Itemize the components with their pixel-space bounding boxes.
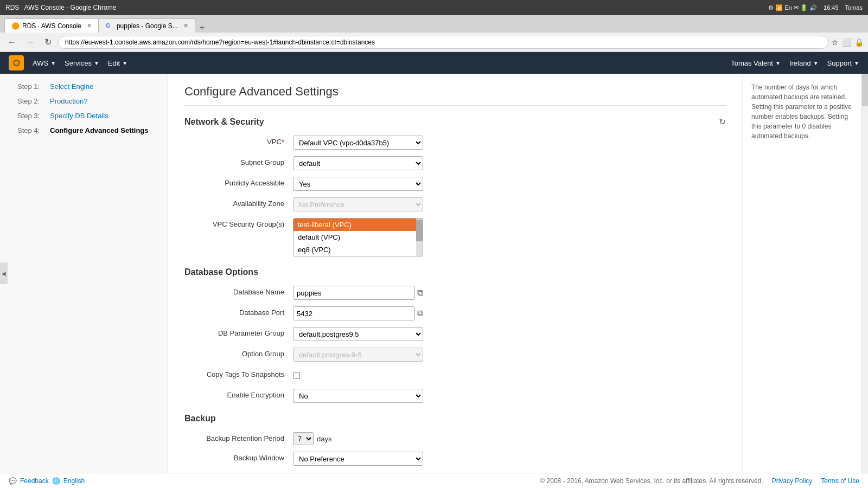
availability-zone-select[interactable]: No Preference — [293, 197, 423, 211]
footer-left: 💬 Feedback 🌐 English — [9, 477, 85, 485]
db-port-input[interactable] — [293, 306, 415, 320]
header-right: Tomas Valent ▼ Ireland ▼ Support ▼ — [731, 59, 859, 67]
vpc-select[interactable]: Default VPC (vpc-d0da37b5) — [293, 136, 423, 150]
db-param-group-label: DB Parameter Group — [184, 327, 293, 337]
subnet-select[interactable]: default — [293, 156, 423, 170]
ext-icon-1: ⬜ — [842, 38, 851, 47]
sg-item-eq8[interactable]: eq8 (VPC) — [293, 243, 416, 256]
browser-tab-rds[interactable]: 🟠 RDS · AWS Console ✕ — [4, 18, 99, 33]
step2-item: Step 2: Production? — [9, 97, 159, 105]
sg-item-default[interactable]: default (VPC) — [293, 231, 416, 243]
security-group-list: test-liberal (VPC) default (VPC) eq8 (VP… — [293, 218, 423, 256]
back-button[interactable]: ← — [4, 36, 20, 48]
db-name-control: ⧉ — [293, 286, 423, 300]
tab-close-rds[interactable]: ✕ — [87, 22, 92, 29]
footer-copyright: © 2008 - 2016, Amazon Web Services, Inc.… — [540, 477, 763, 485]
db-name-input-wrap: ⧉ — [293, 286, 423, 300]
availability-zone-label: Availability Zone — [184, 197, 293, 208]
copy-tags-checkbox[interactable] — [293, 372, 300, 379]
sg-scrollbar-wrap: test-liberal (VPC) default (VPC) eq8 (VP… — [293, 219, 423, 256]
header-support[interactable]: Support ▼ — [827, 59, 859, 67]
feedback-link[interactable]: Feedback — [20, 477, 49, 485]
address-input[interactable] — [58, 36, 828, 49]
subnet-field: Subnet Group default — [184, 156, 726, 170]
tab-label-puppies: puppies - Google S... — [117, 22, 178, 30]
db-name-copy-icon[interactable]: ⧉ — [417, 288, 423, 298]
option-group-select[interactable]: default:postgres-9-5 — [293, 348, 423, 362]
tab-favicon-rds: 🟠 — [11, 22, 19, 30]
publicly-accessible-select[interactable]: Yes No — [293, 177, 423, 191]
forward-button[interactable]: → — [23, 36, 38, 48]
vpc-required: * — [282, 138, 284, 146]
titlebar-left: RDS · AWS Console - Google Chrome — [5, 4, 116, 11]
backup-retention-select[interactable]: 7 1 0 — [293, 432, 314, 445]
backup-retention-control: 7 1 0 days — [293, 432, 423, 445]
nav-aws-chevron: ▼ — [50, 60, 56, 66]
backup-window-select[interactable]: No Preference — [293, 452, 423, 466]
backup-window-field: Backup Window No Preference — [184, 452, 726, 466]
step2-link[interactable]: Production? — [50, 97, 87, 105]
sg-scrollbar[interactable] — [416, 219, 423, 256]
terms-link[interactable]: Terms of Use — [821, 477, 859, 485]
sg-list-inner: test-liberal (VPC) default (VPC) eq8 (VP… — [293, 219, 416, 256]
tab-close-puppies[interactable]: ✕ — [183, 22, 188, 29]
browser-titlebar: RDS · AWS Console - Google Chrome ⚙ 📶 En… — [0, 0, 868, 15]
step4-current: Configure Advanced Settings — [50, 126, 149, 134]
step1-item: Step 1: Select Engine — [9, 82, 159, 91]
step3-num: Step 3: — [17, 112, 50, 120]
backup-window-label: Backup Window — [184, 452, 293, 462]
reload-button[interactable]: ↻ — [41, 36, 55, 48]
sg-item-test-liberal[interactable]: test-liberal (VPC) — [293, 219, 416, 231]
vpc-field: VPC* Default VPC (vpc-d0da37b5) — [184, 136, 726, 150]
nav-aws-label: AWS — [33, 59, 48, 67]
db-port-label: Database Port — [184, 306, 293, 317]
nav-edit-label: Edit — [108, 59, 120, 67]
nav-services-chevron: ▼ — [94, 60, 99, 66]
page-scrollbar[interactable] — [861, 74, 868, 473]
aws-header: ⬡ AWS ▼ Services ▼ Edit ▼ Tomas Valent ▼… — [0, 52, 868, 74]
db-port-copy-icon[interactable]: ⧉ — [417, 309, 423, 318]
info-panel: The number of days for which automated b… — [742, 74, 861, 473]
database-title-text: Database Options — [184, 267, 258, 277]
enable-encryption-select[interactable]: No Yes — [293, 389, 423, 403]
option-group-label: Option Group — [184, 348, 293, 358]
tab-label-rds: RDS · AWS Console — [22, 22, 81, 30]
step3-item: Step 3: Specify DB Details — [9, 112, 159, 120]
aws-footer: 💬 Feedback 🌐 English © 2008 - 2016, Amaz… — [0, 473, 868, 488]
db-name-input[interactable] — [293, 286, 415, 300]
main-layout: ◀ Step 1: Select Engine Step 2: Producti… — [0, 74, 868, 473]
footer-right: © 2008 - 2016, Amazon Web Services, Inc.… — [540, 477, 859, 485]
content-area: Configure Advanced Settings Network & Se… — [168, 74, 742, 473]
publicly-accessible-field: Publicly Accessible Yes No — [184, 177, 726, 191]
ext-icon-2: 🔒 — [854, 38, 864, 47]
system-icons: ⚙ 📶 En ✉ 🔋 🔊 — [768, 4, 817, 11]
header-user[interactable]: Tomas Valent ▼ — [731, 59, 781, 67]
header-region[interactable]: Ireland ▼ — [789, 59, 819, 67]
nav-services[interactable]: Services ▼ — [65, 59, 99, 67]
step3-link[interactable]: Specify DB Details — [50, 112, 108, 120]
backup-title-text: Backup — [184, 414, 216, 423]
nav-edit[interactable]: Edit ▼ — [108, 59, 127, 67]
db-param-group-control: default.postgres9.5 — [293, 327, 423, 341]
header-support-chevron: ▼ — [854, 60, 859, 66]
step1-link[interactable]: Select Engine — [50, 82, 93, 91]
browser-tab-puppies[interactable]: G puppies - Google S... ✕ — [99, 18, 195, 33]
database-section: Database Options Database Name ⧉ Databas… — [184, 267, 726, 403]
browser-addressbar: ← → ↻ ☆ ⬜ 🔒 — [0, 33, 868, 52]
network-refresh-button[interactable]: ↻ — [719, 117, 726, 127]
option-group-control: default:postgres-9-5 — [293, 348, 423, 362]
nav-aws[interactable]: AWS ▼ — [33, 59, 56, 67]
db-name-field: Database Name ⧉ — [184, 286, 726, 300]
vpc-control: Default VPC (vpc-d0da37b5) — [293, 136, 423, 150]
copy-tags-control — [293, 368, 423, 382]
sidebar-collapse-button[interactable]: ◀ — [0, 262, 8, 284]
titlebar-icons: ⚙ 📶 En ✉ 🔋 🔊 16:49 Tomas — [768, 4, 863, 11]
header-user-chevron: ▼ — [775, 60, 781, 66]
language-icon: 🌐 — [52, 477, 60, 485]
network-title-text: Network & Security — [184, 117, 264, 127]
privacy-policy-link[interactable]: Privacy Policy — [772, 477, 813, 485]
db-param-group-select[interactable]: default.postgres9.5 — [293, 327, 423, 341]
language-link[interactable]: English — [63, 477, 85, 485]
network-section-title: Network & Security ↻ — [184, 117, 726, 127]
new-tab-button[interactable]: + — [195, 23, 209, 33]
